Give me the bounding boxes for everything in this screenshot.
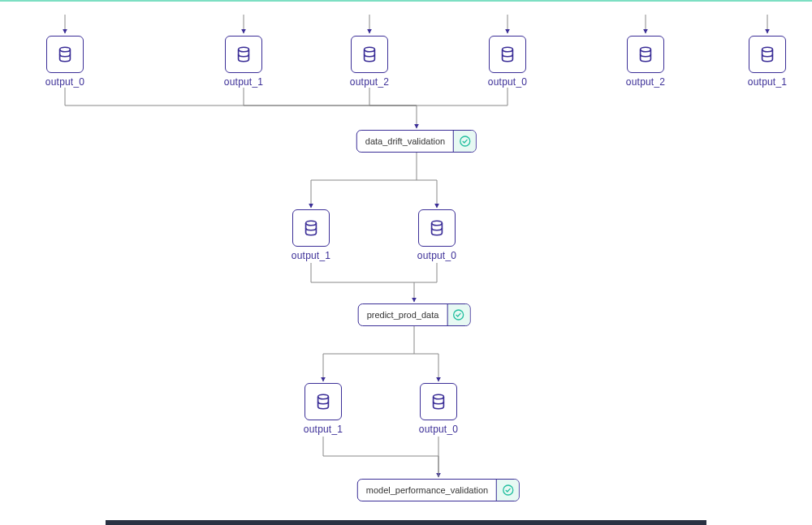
database-icon [235, 45, 253, 63]
data-label-top-1: output_1 [195, 76, 292, 88]
database-icon [430, 393, 447, 411]
data-node-s1-a[interactable] [292, 209, 330, 247]
data-node-top-0[interactable] [46, 36, 84, 73]
step-label: predict_prod_data [359, 310, 447, 320]
data-label-top-3: output_0 [459, 76, 556, 88]
database-icon [56, 45, 74, 63]
data-label-s2-b: output_0 [390, 424, 487, 435]
status-success-badge [447, 304, 469, 325]
data-node-s2-b[interactable] [420, 383, 457, 420]
data-node-top-4[interactable] [627, 36, 664, 73]
data-label-s2-a: output_1 [274, 424, 372, 435]
database-icon [302, 219, 320, 237]
step-model-performance-validation[interactable]: model_performance_validation [357, 479, 520, 501]
database-icon [361, 45, 378, 63]
data-node-top-1[interactable] [225, 36, 262, 73]
top-accent-bar [0, 0, 812, 2]
database-icon [758, 45, 776, 63]
data-label-top-5: output_1 [719, 76, 812, 88]
step-label: data_drift_validation [357, 136, 453, 146]
step-label: model_performance_validation [358, 485, 496, 495]
data-label-s1-a: output_1 [262, 250, 360, 261]
status-success-badge [496, 480, 519, 501]
pipeline-canvas[interactable]: output_0 output_1 output_2 output_0 outp… [0, 0, 812, 525]
status-success-badge [453, 131, 476, 152]
database-icon [637, 45, 654, 63]
database-icon [314, 393, 332, 411]
data-node-s1-b[interactable] [418, 209, 456, 247]
data-node-top-3[interactable] [489, 36, 526, 73]
data-label-top-2: output_2 [321, 76, 418, 88]
bottom-accent-bar [106, 520, 706, 525]
data-label-top-4: output_2 [597, 76, 694, 88]
check-circle-icon [459, 135, 472, 148]
data-node-top-2[interactable] [351, 36, 388, 73]
data-node-top-5[interactable] [749, 36, 786, 73]
database-icon [499, 45, 516, 63]
data-label-top-0: output_0 [16, 76, 114, 88]
check-circle-icon [452, 308, 465, 321]
data-label-s1-b: output_0 [388, 250, 486, 261]
database-icon [428, 219, 446, 237]
data-node-s2-a[interactable] [304, 383, 342, 420]
step-data-drift-validation[interactable]: data_drift_validation [356, 130, 477, 153]
step-predict-prod-data[interactable]: predict_prod_data [358, 303, 471, 326]
check-circle-icon [502, 484, 515, 497]
